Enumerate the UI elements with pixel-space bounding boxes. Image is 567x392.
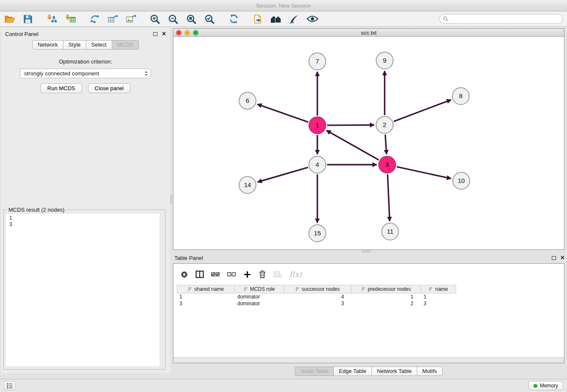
table-row[interactable]: 3 dominator 3 2 3 [177,300,564,307]
vertical-splitter-handle[interactable] [171,195,172,204]
column-header-shared-name[interactable]: shared name [177,285,235,293]
task-history-button[interactable] [4,381,15,390]
cell-name[interactable]: 1 [421,294,456,300]
table-horizontal-scrollbar[interactable] [173,357,564,363]
style-brush-icon [289,14,300,24]
open-session-button[interactable] [3,13,16,25]
tab-mcds[interactable]: MCDS [112,40,139,50]
cell-successor-nodes[interactable]: 4 [284,294,352,300]
zoom-out-button[interactable] [167,13,179,25]
save-floppy-icon [23,14,33,24]
minimize-window-icon[interactable]: − [184,30,190,36]
memory-button[interactable]: Memory [528,381,563,390]
cell-name[interactable]: 3 [421,301,456,306]
cell-predecessor-nodes[interactable]: 1 [352,294,421,300]
graph-edge-4-14[interactable] [258,167,308,182]
tab-style[interactable]: Style [63,40,86,50]
delete-columns-button[interactable] [259,270,266,279]
delete-table-icon [273,271,282,278]
graph-edge-1-2[interactable] [327,125,374,125]
close-table-panel-icon[interactable]: × [561,255,564,261]
zoom-in-button[interactable] [149,13,161,25]
cell-shared-name[interactable]: 3 [177,301,235,306]
status-bar: Memory [0,379,567,392]
tab-network-table[interactable]: Network Table [372,367,417,376]
refresh-view-button[interactable] [227,13,240,25]
search-icon [443,16,449,22]
trash-icon [259,270,266,279]
cell-shared-name[interactable]: 1 [177,294,235,300]
graph-node-label: 6 [246,97,249,104]
graph-node-label: 8 [459,92,462,99]
function-builder-button[interactable]: f(x) [289,270,302,279]
tab-edge-table[interactable]: Edge Table [334,367,372,376]
export-image-button[interactable] [124,13,137,25]
cell-successor-nodes[interactable]: 3 [284,301,352,306]
import-network-icon [47,14,58,24]
cell-predecessor-nodes[interactable]: 2 [352,301,421,306]
network-canvas[interactable]: 7968124314101511 [173,37,564,249]
tab-motifs[interactable]: Motifs [417,367,443,376]
search-input[interactable] [451,16,559,22]
tab-network[interactable]: Network [32,40,63,50]
run-mcds-button[interactable]: Run MCDS [41,83,82,93]
column-header-name[interactable]: name [421,285,456,293]
zoom-selected-icon [204,14,215,25]
graph-edge-2-3[interactable] [385,135,387,154]
home-button[interactable] [270,13,282,25]
column-label: name [435,286,448,292]
graph-edge-3-10[interactable] [397,167,451,179]
apply-style-button[interactable] [288,13,300,25]
tab-node-table[interactable]: Node Table [295,367,334,376]
graph-node-label: 10 [458,177,465,184]
import-network-button[interactable] [46,13,58,25]
float-panel-icon[interactable] [153,32,157,36]
deselect-all-button[interactable] [227,271,236,277]
table-toolbar: f(x) [173,264,564,285]
copy-style-button[interactable] [251,13,264,25]
mcds-buttons-row: Run MCDS Close panel [1,83,170,93]
create-column-button[interactable] [243,271,251,279]
delete-table-button[interactable] [273,271,282,278]
cell-mcds-role[interactable]: dominator [235,301,284,306]
float-table-panel-icon[interactable] [552,256,556,260]
cell-mcds-role[interactable]: dominator [235,294,284,300]
graph-edge-3-1[interactable] [327,130,379,160]
show-columns-button[interactable] [195,271,204,278]
column-header-successor-nodes[interactable]: successor nodes [284,285,352,293]
network-window-title: scc.txt [361,30,377,36]
export-table-button[interactable] [106,13,119,25]
select-all-button[interactable] [211,271,220,277]
export-network-icon [89,14,100,24]
search-box[interactable] [439,14,563,24]
show-hide-graphics-button[interactable] [306,13,319,25]
graph-edge-2-8[interactable] [394,100,451,121]
zoom-out-icon [168,14,179,25]
table-row[interactable]: 1 dominator 4 1 1 [177,293,564,300]
zoom-fit-button[interactable] [185,13,198,25]
criterion-dropdown[interactable]: strongly connected component [20,69,151,78]
deselect-all-boxes-icon [227,271,236,277]
zoom-selected-button[interactable] [203,13,216,25]
mcds-result-group: MCDS result (2 nodes) 1 3 [3,210,165,370]
save-session-button[interactable] [22,13,34,25]
zoom-window-icon[interactable]: + [193,30,198,36]
graph-edge-1-6[interactable] [258,104,308,122]
close-panel-button[interactable]: Close panel [88,83,131,93]
close-panel-icon[interactable]: × [162,31,166,37]
close-window-icon[interactable]: × [176,30,182,36]
column-header-predecessor-nodes[interactable]: predecessor nodes [352,285,421,293]
horizontal-splitter-handle[interactable] [362,251,371,252]
session-titlebar: Session: New Session [0,0,567,11]
import-table-button[interactable] [64,13,77,25]
mcds-result-textarea[interactable]: 1 3 [6,214,160,366]
table-header-row: shared name MCDS role successor nodes pr… [177,285,564,293]
tab-select[interactable]: Select [86,40,112,50]
export-network-button[interactable] [88,13,101,25]
result-line: 3 [9,221,156,228]
table-settings-button[interactable] [180,271,188,279]
zoom-fit-icon [186,14,197,25]
column-header-mcds-role[interactable]: MCDS role [235,285,284,293]
network-window-titlebar[interactable]: × − + scc.txt [173,29,564,37]
graph-edge-3-11[interactable] [388,174,390,221]
